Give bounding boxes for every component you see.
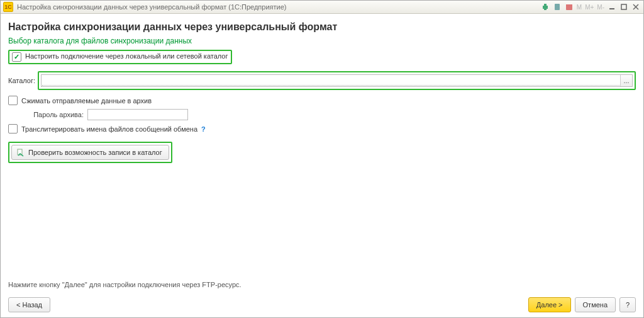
next-button[interactable]: Далее > <box>528 297 571 312</box>
section-title: Выбор каталога для файлов синхронизации … <box>8 37 636 45</box>
svg-rect-3 <box>566 4 572 6</box>
titlebar: 1C Настройка синхронизации данных через … <box>1 1 643 14</box>
back-button[interactable]: < Назад <box>8 297 50 312</box>
use-local-checkbox[interactable] <box>12 52 21 62</box>
memory-m-label[interactable]: M <box>576 4 582 11</box>
catalog-browse-button[interactable]: ... <box>620 75 632 86</box>
catalog-input[interactable] <box>42 75 619 86</box>
page-title: Настройка синхронизации данных через уни… <box>8 21 636 33</box>
window-title: Настройка синхронизации данных через уни… <box>17 3 540 11</box>
transliterate-checkbox[interactable] <box>8 124 18 133</box>
memory-mminus-label[interactable]: M- <box>596 4 605 11</box>
archive-password-input[interactable] <box>87 109 188 120</box>
close-icon[interactable] <box>631 2 641 12</box>
test-write-button[interactable]: Проверить возможность записи в каталог <box>11 145 169 160</box>
archive-checkbox[interactable] <box>8 96 18 105</box>
app-logo-icon: 1C <box>3 2 13 12</box>
archive-label: Сжимать отправляемые данные в архив <box>21 97 152 105</box>
document-check-icon <box>16 148 25 157</box>
transliterate-label: Транслитерировать имена файлов сообщений… <box>21 125 197 133</box>
svg-rect-1 <box>555 4 559 6</box>
content-area: Настройка синхронизации данных через уни… <box>1 14 643 317</box>
memory-mplus-label[interactable]: M+ <box>584 4 594 11</box>
archive-password-label: Пароль архива: <box>8 111 84 118</box>
footer-bar: < Назад Далее > Отмена ? <box>8 293 636 312</box>
cancel-button[interactable]: Отмена <box>575 297 616 312</box>
help-icon[interactable]: ? <box>201 125 206 133</box>
calculator-icon[interactable] <box>552 2 562 12</box>
svg-rect-5 <box>621 4 626 9</box>
maximize-icon[interactable] <box>619 2 629 12</box>
svg-rect-4 <box>609 8 614 9</box>
test-write-button-label: Проверить возможность записи в каталог <box>28 149 162 156</box>
minimize-icon[interactable] <box>607 2 617 12</box>
help-button[interactable]: ? <box>619 297 636 312</box>
catalog-label: Каталог: <box>8 77 35 84</box>
footer-hint: Нажмите кнопку "Далее" для настройки под… <box>8 281 636 288</box>
calendar-icon[interactable] <box>564 2 574 12</box>
use-local-label: Настроить подключение через локальный ил… <box>25 52 228 62</box>
app-window: 1C Настройка синхронизации данных через … <box>0 0 644 318</box>
print-icon[interactable] <box>540 2 550 12</box>
